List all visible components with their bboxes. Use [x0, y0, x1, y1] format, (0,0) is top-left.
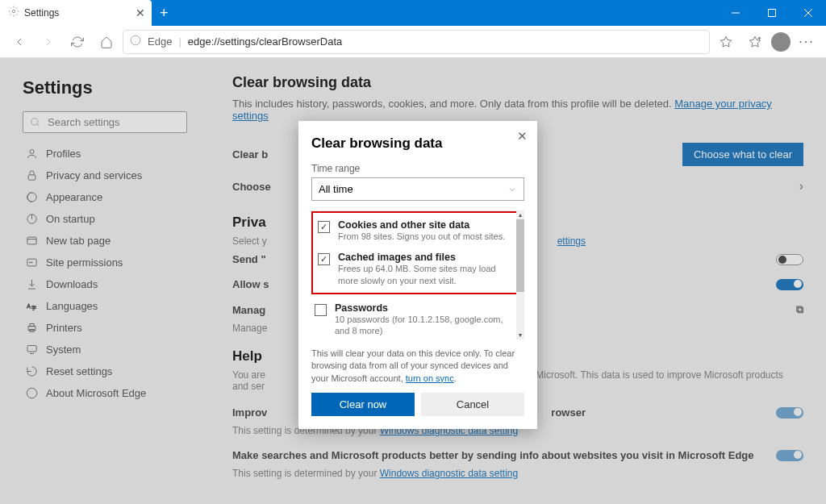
- svg-line-9: [37, 123, 40, 126]
- close-window-button[interactable]: [790, 0, 826, 26]
- sidebar-item-printers[interactable]: Printers: [23, 317, 187, 339]
- sidebar-item-languages[interactable]: A字Languages: [23, 295, 187, 317]
- sidebar-item-privacy[interactable]: Privacy and services: [23, 165, 187, 186]
- cache-checkbox[interactable]: [318, 253, 330, 265]
- scroll-down-icon[interactable]: ▾: [516, 331, 524, 339]
- window-titlebar: Settings ✕ +: [0, 0, 826, 26]
- svg-point-18: [29, 262, 30, 263]
- browser-tab[interactable]: Settings ✕: [0, 0, 152, 26]
- page-title: Clear browsing data: [232, 74, 803, 91]
- svg-rect-15: [27, 237, 36, 244]
- turn-on-sync-link[interactable]: turn on sync: [406, 373, 454, 383]
- edge-logo-icon: [130, 35, 141, 48]
- highlighted-selection: Cookies and other site data From 98 site…: [311, 211, 524, 294]
- sidebar-item-system[interactable]: System: [23, 339, 187, 360]
- refresh-button[interactable]: [65, 29, 90, 55]
- list-item: Passwords 10 passwords (for 10.1.2.158, …: [311, 298, 524, 339]
- minimize-button[interactable]: [717, 0, 753, 26]
- cancel-button[interactable]: Cancel: [421, 393, 524, 416]
- favorites-bar-button[interactable]: [742, 29, 768, 55]
- time-range-select[interactable]: All time: [311, 177, 524, 201]
- svg-rect-23: [30, 324, 34, 327]
- svg-text:A: A: [27, 303, 31, 309]
- cookies-checkbox[interactable]: [318, 221, 330, 233]
- svg-point-19: [31, 262, 32, 263]
- dnt-toggle[interactable]: [776, 254, 803, 265]
- sidebar-item-appearance[interactable]: Appearance: [23, 186, 187, 208]
- dialog-title: Clear browsing data: [311, 135, 524, 152]
- svg-rect-25: [27, 346, 36, 352]
- brand-label: Edge: [148, 35, 172, 48]
- list-item: Cookies and other site data From 98 site…: [315, 215, 521, 247]
- dialog-footer-text: This will clear your data on this device…: [311, 348, 524, 385]
- sidebar-item-reset[interactable]: Reset settings: [23, 360, 187, 382]
- more-menu-button[interactable]: ···: [794, 29, 820, 55]
- sidebar-item-newtab[interactable]: New tab page: [23, 230, 187, 252]
- sidebar-item-permissions[interactable]: Site permissions: [23, 252, 187, 273]
- list-item: Cached images and files Frees up 64.0 MB…: [315, 247, 521, 291]
- new-tab-button[interactable]: +: [152, 5, 177, 22]
- svg-rect-2: [768, 10, 775, 17]
- browser-toolbar: Edge | edge://settings/clearBrowserData …: [0, 26, 826, 58]
- clear-now-button[interactable]: Clear now: [311, 393, 415, 416]
- sidebar-title: Settings: [23, 77, 187, 98]
- choose-clear-button[interactable]: Choose what to clear: [682, 143, 803, 166]
- tab-title: Settings: [24, 7, 59, 19]
- privacy-settings-link[interactable]: ettings: [557, 235, 586, 247]
- settings-sidebar: Settings Search settings Profiles Privac…: [0, 58, 210, 504]
- chevron-right-icon: ›: [799, 179, 803, 194]
- url-text: edge://settings/clearBrowserData: [188, 35, 342, 48]
- gear-icon: [8, 6, 19, 20]
- svg-point-27: [27, 388, 37, 398]
- address-bar[interactable]: Edge | edge://settings/clearBrowserData: [123, 30, 710, 54]
- dialog-close-button[interactable]: ✕: [517, 129, 528, 144]
- time-range-label: Time range: [311, 163, 524, 174]
- page-description: This includes history, passwords, cookie…: [232, 98, 803, 122]
- search-placeholder: Search settings: [48, 116, 120, 128]
- search-input[interactable]: Search settings: [23, 111, 187, 133]
- sidebar-item-downloads[interactable]: Downloads: [23, 273, 187, 295]
- diag-link-2[interactable]: Windows diagnostic data setting: [380, 468, 518, 479]
- svg-point-8: [31, 118, 38, 124]
- profile-avatar[interactable]: [771, 32, 791, 52]
- svg-rect-22: [28, 327, 35, 331]
- svg-text:字: 字: [31, 305, 36, 310]
- forward-button[interactable]: [35, 29, 61, 55]
- improve-toggle[interactable]: [776, 407, 803, 419]
- sidebar-item-profiles[interactable]: Profiles: [23, 143, 187, 165]
- clear-data-dialog: ✕ Clear browsing data Time range All tim…: [298, 121, 537, 429]
- searches-toggle[interactable]: [776, 450, 803, 461]
- back-button[interactable]: [6, 29, 32, 55]
- maximize-button[interactable]: [753, 0, 790, 26]
- svg-rect-11: [28, 175, 35, 180]
- favorite-button[interactable]: [713, 29, 739, 55]
- external-link-icon: ⧉: [796, 303, 803, 316]
- passwords-checkbox[interactable]: [315, 304, 327, 316]
- searches-row: Make searches and Microsoft products bet…: [232, 443, 803, 468]
- data-types-list: ▴ ▾ Cookies and other site data From 98 …: [311, 210, 524, 339]
- svg-point-0: [12, 10, 15, 13]
- sidebar-item-startup[interactable]: On startup: [23, 208, 187, 230]
- svg-point-10: [30, 150, 34, 154]
- svg-rect-17: [27, 259, 36, 266]
- chevron-down-icon: [507, 185, 517, 194]
- home-button[interactable]: [94, 29, 119, 55]
- allow-toggle[interactable]: [776, 279, 803, 290]
- close-tab-icon[interactable]: ✕: [136, 6, 145, 19]
- sidebar-item-about[interactable]: About Microsoft Edge: [23, 382, 187, 404]
- svg-point-5: [131, 35, 140, 45]
- scroll-up-icon[interactable]: ▴: [516, 211, 524, 219]
- scrollbar-thumb[interactable]: [516, 219, 524, 292]
